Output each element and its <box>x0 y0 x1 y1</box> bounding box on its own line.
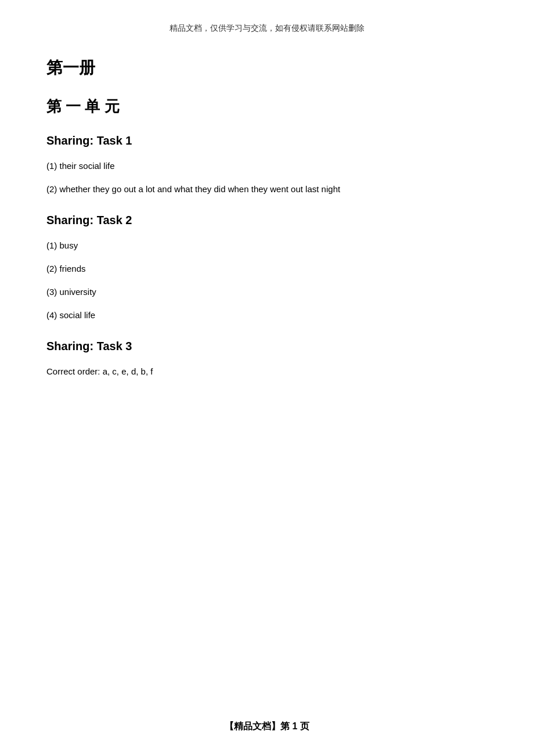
watermark-text: 精品文档，仅供学习与交流，如有侵权请联系网站删除 <box>46 23 488 34</box>
task1-item-1: (1) their social life <box>46 159 488 173</box>
task1-section: Sharing: Task 1 (1) their social life (2… <box>46 134 488 196</box>
task2-item-4: (4) social life <box>46 308 488 322</box>
task3-item-1: Correct order: a, c, e, d, b, f <box>46 365 488 379</box>
unit-title: 第 一 单 元 <box>46 96 488 117</box>
task2-item-3: (3) university <box>46 285 488 299</box>
task2-item-2: (2) friends <box>46 262 488 276</box>
task1-item-2: (2) whether they go out a lot and what t… <box>46 182 488 196</box>
page-container: 精品文档，仅供学习与交流，如有侵权请联系网站删除 第一册 第 一 单 元 Sha… <box>0 0 534 756</box>
task1-title: Sharing: Task 1 <box>46 134 488 147</box>
task2-title: Sharing: Task 2 <box>46 214 488 227</box>
task3-section: Sharing: Task 3 Correct order: a, c, e, … <box>46 340 488 379</box>
task3-title: Sharing: Task 3 <box>46 340 488 353</box>
task2-item-1: (1) busy <box>46 239 488 253</box>
task2-section: Sharing: Task 2 (1) busy (2) friends (3)… <box>46 214 488 322</box>
page-footer: 【精品文档】第 1 页 <box>0 721 534 733</box>
book-title: 第一册 <box>46 57 488 79</box>
